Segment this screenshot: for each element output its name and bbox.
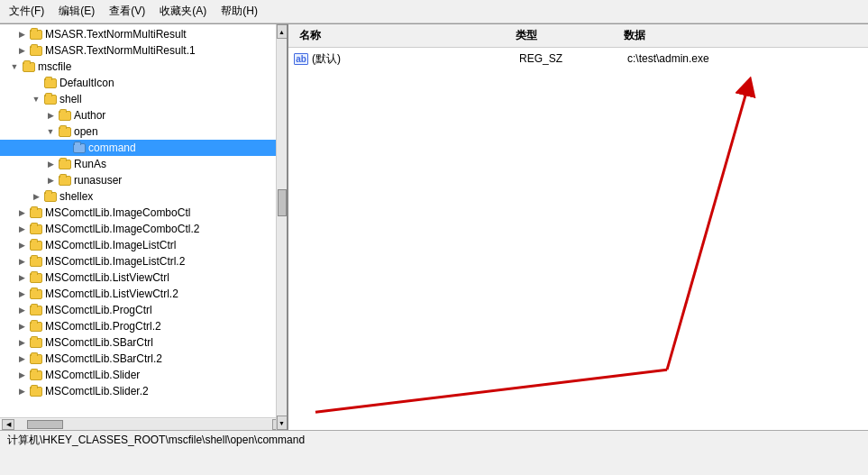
- expander[interactable]: ▶: [14, 287, 29, 301]
- vscroll-up-btn[interactable]: ▲: [277, 24, 288, 39]
- tree-item-defaulticon[interactable]: ▶ DefaultIcon: [0, 75, 287, 91]
- tree-item-msasr-textnorm1[interactable]: ▶ MSASR.TextNormMultiResult.1: [0, 42, 287, 59]
- expander[interactable]: ▶: [43, 157, 58, 171]
- hscroll-left-btn[interactable]: ◀: [2, 419, 14, 430]
- status-text: 计算机\HKEY_CLASSES_ROOT\mscfile\shell\open…: [7, 433, 305, 448]
- vscroll-track[interactable]: [277, 39, 288, 416]
- tree-label: MSComctlLib.ImageComboCtl.2: [45, 223, 199, 235]
- indent: [0, 172, 43, 188]
- tree-item-open[interactable]: ▼ open: [0, 123, 287, 140]
- indent: [0, 383, 14, 399]
- folder-icon: [29, 336, 43, 349]
- arrow-overlay: [288, 48, 868, 430]
- tree-label: mscfile: [38, 60, 71, 73]
- reg-type-default: REG_SZ: [519, 52, 627, 65]
- expander[interactable]: ▼: [29, 92, 43, 106]
- tree-label: runasuser: [74, 174, 122, 187]
- expander[interactable]: ▼: [43, 124, 58, 139]
- tree-item-mscomctl6[interactable]: ▶ MSComctlLib.ListViewCtrl.2: [0, 286, 287, 302]
- tree-label: MSComctlLib.Slider.2: [45, 385, 149, 397]
- indent: [0, 75, 29, 91]
- tree-item-msasr-textnorm[interactable]: ▶ MSASR.TextNormMultiResult: [0, 26, 287, 42]
- tree-item-runasuser[interactable]: ▶ runasuser: [0, 172, 287, 188]
- vscroll-thumb[interactable]: [278, 189, 287, 216]
- menu-bar: 文件(F) 编辑(E) 查看(V) 收藏夹(A) 帮助(H): [0, 0, 868, 23]
- tree-label: DefaultIcon: [59, 77, 114, 89]
- tree-item-mscomctl3[interactable]: ▶ MSComctlLib.ImageListCtrl: [0, 237, 287, 253]
- indent: [0, 42, 14, 59]
- tree-label: MSComctlLib.ImageComboCtl: [45, 206, 190, 219]
- menu-edit[interactable]: 编辑(E): [53, 2, 100, 21]
- folder-icon: [58, 125, 72, 138]
- tree-item-mscomctl5[interactable]: ▶ MSComctlLib.ListViewCtrl: [0, 269, 287, 286]
- folder-icon: [29, 206, 43, 219]
- menu-favorites[interactable]: 收藏夹(A): [154, 2, 212, 21]
- tree-label: MSASR.TextNormMultiResult: [45, 28, 187, 41]
- hscroll-track[interactable]: [14, 419, 272, 430]
- hscroll-thumb[interactable]: [27, 420, 63, 429]
- expander[interactable]: ▶: [29, 189, 43, 204]
- expander[interactable]: ▶: [14, 303, 29, 317]
- registry-row-default[interactable]: ab (默认) REG_SZ c:\test\admin.exe: [288, 50, 868, 68]
- right-content: ab (默认) REG_SZ c:\test\admin.exe: [288, 48, 868, 430]
- tree-item-mscomctl8[interactable]: ▶ MSComctlLib.ProgCtrl.2: [0, 318, 287, 334]
- tree-content: ▶ MSASR.TextNormMultiResult ▶ MSASR.Text…: [0, 24, 287, 417]
- expander[interactable]: ▶: [14, 270, 29, 285]
- expander[interactable]: ▶: [14, 335, 29, 350]
- folder-icon: [72, 142, 87, 154]
- tree-label: MSComctlLib.ListViewCtrl.2: [45, 288, 178, 300]
- expander[interactable]: ▶: [43, 173, 58, 187]
- expander[interactable]: ▶: [14, 352, 29, 366]
- tree-item-mscfile[interactable]: ▼ mscfile: [0, 59, 287, 75]
- menu-view[interactable]: 查看(V): [104, 2, 151, 21]
- tree-label: Author: [74, 109, 105, 122]
- expander[interactable]: ▶: [14, 368, 29, 382]
- tree-item-mscomctl11[interactable]: ▶ MSComctlLib.Slider: [0, 367, 287, 383]
- expander[interactable]: ▶: [43, 108, 58, 123]
- tree-label: command: [88, 142, 136, 154]
- expander[interactable]: ▶: [14, 238, 29, 252]
- expander[interactable]: ▼: [7, 59, 22, 74]
- tree-item-mscomctl1[interactable]: ▶ MSComctlLib.ImageComboCtl: [0, 205, 287, 221]
- tree-item-mscomctl10[interactable]: ▶ MSComctlLib.SBarCtrl.2: [0, 351, 287, 367]
- expander[interactable]: ▶: [14, 43, 29, 58]
- indent: [0, 237, 14, 253]
- tree-panel: ▶ MSASR.TextNormMultiResult ▶ MSASR.Text…: [0, 24, 288, 430]
- tree-item-mscomctl4[interactable]: ▶ MSComctlLib.ImageListCtrl.2: [0, 253, 287, 269]
- tree-hscrollbar[interactable]: ◀ ▶: [0, 417, 287, 430]
- menu-help[interactable]: 帮助(H): [215, 2, 263, 21]
- expander[interactable]: ▶: [14, 222, 29, 236]
- indent: [0, 107, 43, 123]
- folder-icon: [29, 352, 43, 365]
- col-header-type: 类型: [508, 26, 617, 45]
- tree-item-runas[interactable]: ▶ RunAs: [0, 156, 287, 172]
- tree-item-command[interactable]: ▶ command: [0, 140, 287, 156]
- expander[interactable]: ▶: [14, 254, 29, 269]
- tree-item-shellex[interactable]: ▶ shellex: [0, 188, 287, 205]
- folder-icon: [29, 44, 43, 57]
- indent: [0, 302, 14, 318]
- tree-item-mscomctl7[interactable]: ▶ MSComctlLib.ProgCtrl: [0, 302, 287, 318]
- tree-item-mscomctl12[interactable]: ▶ MSComctlLib.Slider.2: [0, 383, 287, 399]
- indent: [0, 123, 43, 140]
- expander[interactable]: ▶: [14, 384, 29, 398]
- tree-vscrollbar[interactable]: ▲ ▼: [276, 24, 287, 430]
- vscroll-down-btn[interactable]: ▼: [277, 416, 288, 430]
- indent: [0, 156, 43, 172]
- expander[interactable]: ▶: [14, 27, 29, 41]
- indent: [0, 334, 14, 351]
- expander[interactable]: ▶: [14, 319, 29, 333]
- indent: [0, 367, 14, 383]
- tree-item-shell[interactable]: ▼ shell: [0, 91, 287, 107]
- folder-icon: [43, 77, 58, 89]
- right-panel: 名称 类型 数据 ab (默认) REG_SZ c:\test\admin.ex…: [288, 24, 868, 430]
- expander[interactable]: ▶: [14, 206, 29, 220]
- indent: [0, 221, 14, 237]
- tree-item-mscomctl2[interactable]: ▶ MSComctlLib.ImageComboCtl.2: [0, 221, 287, 237]
- main-container: ▶ MSASR.TextNormMultiResult ▶ MSASR.Text…: [0, 23, 868, 430]
- menu-file[interactable]: 文件(F): [4, 2, 50, 21]
- tree-label: MSComctlLib.ImageListCtrl.2: [45, 255, 185, 268]
- tree-label: MSComctlLib.SBarCtrl.2: [45, 352, 162, 365]
- tree-item-mscomctl9[interactable]: ▶ MSComctlLib.SBarCtrl: [0, 334, 287, 351]
- tree-item-author[interactable]: ▶ Author: [0, 107, 287, 123]
